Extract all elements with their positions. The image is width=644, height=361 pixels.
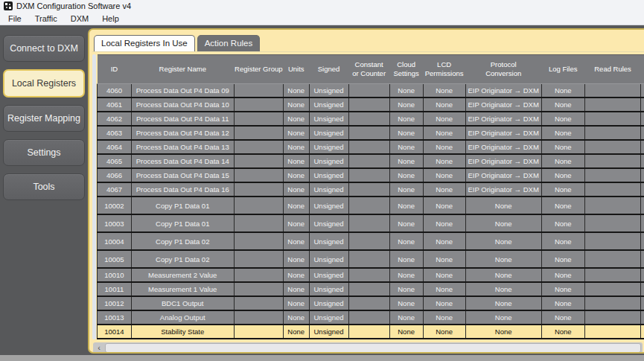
table-row[interactable]: 10011Measurement 1 ValueNoneUnsignedNone… — [98, 282, 644, 296]
cell-name[interactable]: Measurement 1 Value — [131, 282, 234, 296]
cell-lcd[interactable]: None — [423, 140, 465, 154]
cell-log[interactable]: None — [541, 296, 584, 310]
cell-cloud[interactable]: None — [389, 98, 423, 112]
cell-write[interactable] — [641, 214, 644, 232]
cell-log[interactable]: None — [541, 168, 584, 182]
cell-group[interactable] — [234, 310, 283, 325]
cell-protocol[interactable]: None — [465, 197, 541, 214]
table-row[interactable]: 10010Measurement 2 ValueNoneUnsignedNone… — [98, 268, 644, 282]
cell-read[interactable] — [584, 154, 640, 168]
cell-id[interactable]: 4061 — [98, 98, 132, 112]
table-row[interactable]: 4066Process Data Out P4 Data 15NoneUnsig… — [98, 168, 644, 182]
vertical-scrollbar[interactable] — [92, 54, 96, 339]
cell-log[interactable]: None — [541, 84, 584, 98]
cell-group[interactable] — [234, 126, 283, 140]
cell-group[interactable] — [234, 154, 283, 168]
cell-write[interactable] — [641, 126, 644, 140]
cell-read[interactable] — [584, 126, 640, 140]
horizontal-scrollbar[interactable]: ‹ — [93, 342, 643, 354]
cell-signed[interactable]: Unsigned — [309, 154, 348, 168]
cell-read[interactable] — [584, 214, 640, 232]
cell-group[interactable] — [234, 282, 283, 296]
cell-name[interactable]: Copy P1 Data 02 — [131, 250, 234, 268]
column-header-id[interactable]: ID — [98, 55, 132, 84]
column-header-protocol[interactable]: Protocol Conversion — [465, 55, 541, 84]
cell-constant[interactable] — [348, 126, 389, 140]
cell-signed[interactable]: Unsigned — [309, 140, 348, 154]
menu-item-file[interactable]: File — [2, 14, 29, 23]
cell-constant[interactable] — [348, 98, 389, 112]
tab-local-registers-in-use[interactable]: Local Registers In Use — [94, 35, 195, 51]
cell-log[interactable]: None — [541, 126, 584, 140]
cell-constant[interactable] — [348, 197, 389, 214]
cell-id[interactable]: 10011 — [98, 282, 132, 296]
cell-constant[interactable] — [348, 282, 389, 296]
cell-units[interactable]: None — [283, 112, 309, 126]
table-row[interactable]: 10005Copy P1 Data 02NoneUnsignedNoneNone… — [98, 250, 644, 268]
cell-id[interactable]: 10004 — [98, 232, 132, 250]
cell-write[interactable] — [641, 168, 644, 182]
cell-group[interactable] — [234, 232, 283, 250]
cell-cloud[interactable]: None — [389, 140, 423, 154]
cell-constant[interactable] — [348, 325, 389, 339]
cell-units[interactable]: None — [283, 282, 309, 296]
cell-cloud[interactable]: None — [389, 296, 423, 310]
cell-constant[interactable] — [348, 296, 389, 310]
cell-protocol[interactable]: EIP Originator → DXM — [465, 126, 541, 140]
cell-constant[interactable] — [348, 168, 389, 182]
cell-name[interactable]: Process Data Out P4 Data 10 — [131, 98, 234, 112]
cell-group[interactable] — [234, 268, 283, 282]
cell-id[interactable]: 4063 — [98, 126, 132, 140]
cell-read[interactable] — [584, 168, 640, 182]
cell-log[interactable]: None — [541, 197, 584, 214]
table-row[interactable]: 10003Copy P1 Data 01NoneUnsignedNoneNone… — [98, 214, 644, 232]
cell-write[interactable] — [641, 310, 644, 325]
cell-cloud[interactable]: None — [389, 84, 423, 98]
cell-log[interactable]: None — [541, 98, 584, 112]
cell-signed[interactable]: Unsigned — [309, 282, 348, 296]
cell-name[interactable]: Process Data Out P4 Data 09 — [131, 84, 234, 98]
cell-signed[interactable]: Unsigned — [309, 296, 348, 310]
cell-lcd[interactable]: None — [423, 112, 465, 126]
cell-read[interactable] — [584, 282, 640, 296]
table-row[interactable]: 4060Process Data Out P4 Data 09NoneUnsig… — [98, 84, 644, 98]
cell-lcd[interactable]: None — [423, 282, 465, 296]
cell-id[interactable]: 4067 — [98, 182, 132, 197]
cell-read[interactable] — [584, 296, 640, 310]
cell-group[interactable] — [234, 214, 283, 232]
cell-units[interactable]: None — [283, 214, 309, 232]
cell-id[interactable]: 4064 — [98, 140, 132, 154]
cell-group[interactable] — [234, 250, 283, 268]
cell-name[interactable]: Process Data Out P4 Data 13 — [131, 140, 234, 154]
cell-constant[interactable] — [348, 154, 389, 168]
table-row[interactable]: 4065Process Data Out P4 Data 14NoneUnsig… — [98, 154, 644, 168]
cell-lcd[interactable]: None — [423, 214, 465, 232]
table-row[interactable]: 10004Copy P1 Data 02NoneUnsignedNoneNone… — [98, 232, 644, 250]
cell-protocol[interactable]: None — [465, 296, 541, 310]
column-header-units[interactable]: Units — [283, 55, 309, 84]
cell-write[interactable] — [641, 232, 644, 250]
cell-name[interactable]: Process Data Out P4 Data 16 — [131, 182, 234, 197]
cell-name[interactable]: Copy P1 Data 01 — [131, 214, 234, 232]
cell-signed[interactable]: Unsigned — [309, 84, 348, 98]
cell-cloud[interactable]: None — [389, 232, 423, 250]
column-header-signed[interactable]: Signed — [309, 55, 348, 84]
cell-name[interactable]: Copy P1 Data 02 — [131, 232, 234, 250]
cell-cloud[interactable]: None — [389, 250, 423, 268]
cell-cloud[interactable]: None — [389, 154, 423, 168]
cell-read[interactable] — [584, 268, 640, 282]
table-row[interactable]: 4063Process Data Out P4 Data 12NoneUnsig… — [98, 126, 644, 140]
cell-lcd[interactable]: None — [423, 325, 465, 339]
cell-protocol[interactable]: None — [465, 310, 541, 325]
cell-write[interactable] — [641, 154, 644, 168]
cell-read[interactable] — [584, 197, 640, 214]
tab-action-rules[interactable]: Action Rules — [197, 35, 261, 51]
table-row[interactable]: 10012BDC1 OutputNoneUnsignedNoneNoneNone… — [98, 296, 644, 310]
cell-signed[interactable]: Unsigned — [309, 126, 348, 140]
cell-lcd[interactable]: None — [423, 168, 465, 182]
cell-log[interactable]: None — [541, 112, 584, 126]
table-row[interactable]: 4067Process Data Out P4 Data 16NoneUnsig… — [98, 182, 644, 197]
cell-lcd[interactable]: None — [423, 232, 465, 250]
table-row[interactable]: 4062Process Data Out P4 Data 11NoneUnsig… — [98, 112, 644, 126]
cell-name[interactable]: Measurement 2 Value — [131, 268, 234, 282]
